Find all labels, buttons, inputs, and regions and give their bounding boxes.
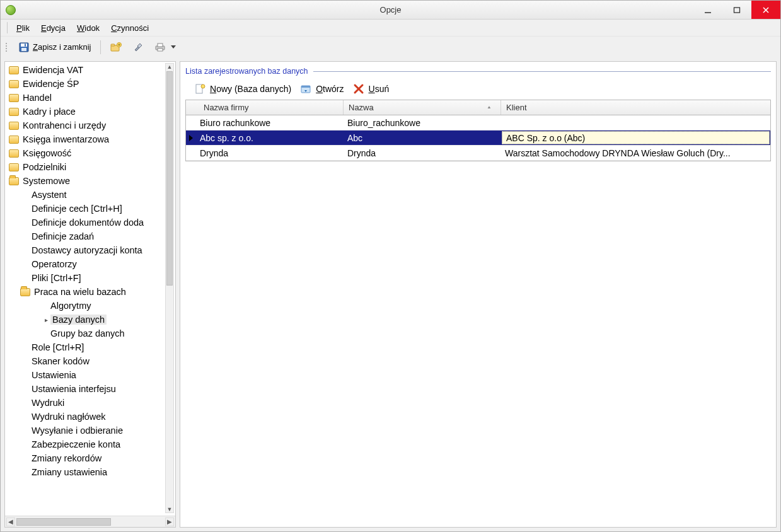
app-window: Opcje Plik Edycja Widok Czynności Zapisz [0,0,781,532]
tree-item-label: Zmiany rekordów [32,453,101,463]
tree-item-label: Pliki [Ctrl+F] [32,273,81,283]
scroll-left-arrow[interactable]: ◀ [6,518,15,526]
tree-item-label: Definicje dokumentów doda [32,217,144,228]
tree-item[interactable]: Role [Ctrl+R] [6,340,165,354]
vertical-scrollbar[interactable]: ▲ ▼ [165,63,174,513]
cell-nazwa: Abc [344,130,501,145]
horizontal-scrollbar[interactable]: ◀ ▶ [5,516,175,527]
row-marker [186,146,196,160]
menu-edycja[interactable]: Edycja [36,22,71,34]
tree-item-label: Ustawienia [32,370,76,380]
table-row[interactable]: Abc sp. z o.o.AbcABC Sp. z o.o (Abc) [186,130,770,146]
minimize-button[interactable] [693,1,722,19]
tree-item[interactable]: Wydruki nagłówek [6,410,165,424]
tree-item-label: Zmiany ustawienia [32,467,107,477]
tree-item[interactable]: Ustawienia [6,368,165,382]
tree-item[interactable]: Podzielniki [6,160,165,174]
tree-item[interactable]: Grupy baz danych [6,327,165,340]
grid-header: Nazwa firmy Nazwa Klient [186,100,770,115]
tree-item[interactable]: Wysyłanie i odbieranie [6,424,165,437]
tree-item[interactable]: Księga inwentarzowa [6,132,165,146]
row-marker [186,115,196,130]
tree-item[interactable]: Kadry i płace [6,105,165,119]
new-label: Nowy (Baza danych) [210,84,291,94]
client-area: Ewidencja VATEwidencje ŚPHandelKadry i p… [1,57,780,531]
folder-icon [9,149,19,158]
tree-item[interactable]: Dostawcy autoryzacji konta [6,243,165,257]
tree-item[interactable]: Zmiany rekordów [6,451,165,465]
cell-nazwa-firmy: Biuro rachunkowe [196,115,344,130]
menu-plik[interactable]: Plik [11,22,35,34]
tree-item[interactable]: Systemowe [6,174,165,188]
tree-item[interactable]: Algorytmy [6,299,165,313]
tree-item[interactable]: Kontrahenci i urzędy [6,119,165,132]
tree-item[interactable]: Asystent [6,188,165,202]
tree-item-label: Księgowość [23,148,71,158]
column-header-nazwa-firmy[interactable]: Nazwa firmy [186,100,344,115]
open-icon [300,83,311,95]
pointer-icon: ▸ [43,316,49,323]
menu-bar: Plik Edycja Widok Czynności [1,20,780,36]
tree-item[interactable]: Handel [6,91,165,105]
svg-rect-6 [21,48,26,51]
cell-nazwa: Drynda [344,146,501,160]
tree-item-label: Handel [23,93,52,103]
toolbar-grip [6,43,9,52]
cell-klient: ABC Sp. z o.o (Abc) [502,131,770,144]
title-bar: Opcje [1,1,780,20]
open-button[interactable]: Otwórz [300,83,344,95]
category-tree[interactable]: Ewidencja VATEwidencje ŚPHandelKadry i p… [5,62,165,516]
scroll-thumb[interactable] [166,71,173,286]
tree-item[interactable]: Ewidencje ŚP [6,77,165,91]
print-button[interactable] [150,39,180,55]
group-title: Lista zarejestrowanych baz danych [185,67,308,76]
menubar-grip [7,22,8,33]
tree-item[interactable]: ▸Bazy danych [6,313,165,327]
tree-item[interactable]: Ewidencja VAT [6,63,165,77]
table-row[interactable]: Biuro rachunkoweBiuro_rachunkowe [186,115,770,130]
tools-button[interactable] [129,39,148,55]
tree-item[interactable]: Wydruki [6,396,165,410]
tree-item[interactable]: Definicje dokumentów doda [6,216,165,229]
new-button[interactable]: Nowy (Baza danych) [194,83,291,95]
tree-item[interactable]: Zmiany ustawienia [6,465,165,479]
save-icon [19,42,29,52]
cell-nazwa: Biuro_rachunkowe [344,115,501,130]
tree-item[interactable]: Definicje zadań [6,229,165,243]
window-buttons [693,1,780,19]
svg-rect-20 [301,86,310,88]
svg-rect-9 [111,44,115,46]
tree-item-label: Operatorzy [32,259,77,269]
column-header-nazwa[interactable]: Nazwa [344,100,501,115]
tree-item-label: Systemowe [23,176,70,186]
close-button[interactable] [751,1,780,19]
delete-button[interactable]: Usuń [353,83,390,95]
tree-item[interactable]: Ustawienia interfejsu [6,382,165,396]
scroll-up-arrow[interactable]: ▲ [166,64,173,70]
tree-item-label: Grupy baz danych [50,328,125,338]
menu-czynnosci[interactable]: Czynności [106,22,154,34]
grid-body: Biuro rachunkoweBiuro_rachunkoweAbc sp. … [186,115,770,161]
folder-icon [9,122,19,130]
tree-item[interactable]: Zabezpieczenie konta [6,437,165,451]
tree-item[interactable]: Skaner kodów [6,354,165,368]
svg-rect-14 [158,43,163,47]
tree-item[interactable]: Praca na wielu bazach [6,285,165,299]
menu-widok[interactable]: Widok [72,22,105,34]
print-icon [154,42,166,52]
maximize-button[interactable] [722,1,751,19]
list-toolbar: Nowy (Baza danych) Otwórz Usuń [185,82,771,100]
tree-item[interactable]: Operatorzy [6,257,165,271]
column-header-klient[interactable]: Klient [501,100,758,115]
scroll-down-arrow[interactable]: ▼ [166,506,173,512]
tree-item[interactable]: Księgowość [6,146,165,160]
scroll-right-arrow[interactable]: ▶ [165,518,174,526]
tree-item[interactable]: Pliki [Ctrl+F] [6,271,165,285]
new-folder-button[interactable] [106,39,126,55]
tree-item[interactable]: Definicje cech [Ctrl+H] [6,202,165,216]
hscroll-thumb[interactable] [16,518,111,526]
svg-point-18 [201,84,205,88]
tree-item-label: Wysyłanie i odbieranie [32,425,123,436]
table-row[interactable]: DryndaDryndaWarsztat Samochodowy DRYNDA … [186,146,770,161]
save-and-close-button[interactable]: Zapisz i zamknij [14,39,95,55]
